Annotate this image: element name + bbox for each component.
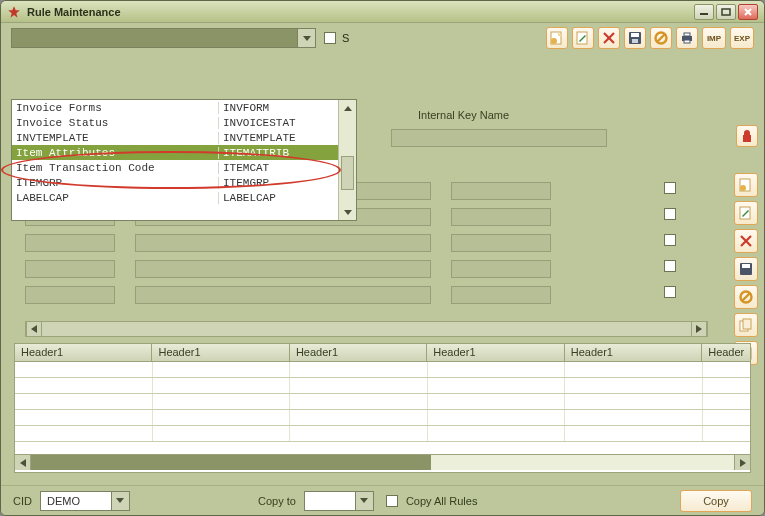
form-row-checkbox[interactable] [664,260,676,272]
side-delete-button[interactable] [734,229,758,253]
dropdown-vscrollbar[interactable] [338,100,356,220]
maximize-button[interactable] [716,4,736,20]
dropdown-item[interactable]: Item Transaction CodeITEMCAT [12,160,338,175]
edit-button[interactable] [572,27,594,49]
delete-button[interactable] [598,27,620,49]
rule-selector-dropdown-button[interactable] [297,29,315,47]
form-row [25,286,684,304]
svg-marker-36 [344,106,352,111]
form-label-field [25,286,115,304]
svg-marker-38 [116,498,124,503]
form-input-field[interactable] [451,208,551,226]
window-buttons [694,4,758,20]
window-title: Rule Maintenance [27,6,121,18]
scroll-down-button[interactable] [339,204,356,220]
import-button[interactable]: IMP [702,27,726,49]
export-button[interactable]: EXP [730,27,754,49]
table-header[interactable]: Header [702,344,750,361]
app-icon [7,5,21,19]
svg-line-15 [657,34,665,42]
internal-key-name-field[interactable] [391,129,607,147]
form-input-field[interactable] [451,234,551,252]
copy-to-label: Copy to [258,495,296,507]
form-input-field[interactable] [451,286,551,304]
scroll-up-button[interactable] [339,100,356,116]
table-row[interactable] [15,394,750,410]
side-save-button[interactable] [734,257,758,281]
svg-marker-39 [360,498,368,503]
scroll-right-button[interactable] [691,322,707,336]
table-header[interactable]: Header1 [290,344,427,361]
data-table: Header1 Header1 Header1 Header1 Header1 … [14,343,751,473]
svg-marker-37 [344,210,352,215]
form-input-field[interactable] [135,286,431,304]
copy-to-dropdown-button[interactable] [355,492,373,510]
scroll-right-button[interactable] [734,455,750,470]
form-input-field[interactable] [451,182,551,200]
table-body [15,362,750,454]
dropdown-item[interactable]: LABELCAPLABELCAP [12,190,338,205]
svg-marker-33 [696,325,702,333]
form-input-field[interactable] [135,234,431,252]
form-row [25,260,684,278]
table-row[interactable] [15,378,750,394]
form-row-checkbox[interactable] [664,234,676,246]
save-button[interactable] [624,27,646,49]
form-row-checkbox[interactable] [664,208,676,220]
form-input-field[interactable] [451,260,551,278]
svg-marker-32 [31,325,37,333]
cid-dropdown-button[interactable] [111,492,129,510]
scroll-left-button[interactable] [15,455,31,470]
table-hscrollbar[interactable] [15,454,750,470]
table-row[interactable] [15,426,750,442]
scroll-thumb[interactable] [31,455,431,470]
table-header[interactable]: Header1 [427,344,564,361]
table-header[interactable]: Header1 [152,344,289,361]
dropdown-item[interactable]: ITEMGRPITEMGRP [12,175,338,190]
copy-button[interactable]: Copy [680,490,752,512]
rule-selector-dropdown-list[interactable]: Invoice FormsINVFORM Invoice StatusINVOI… [11,99,357,221]
new-button[interactable] [546,27,568,49]
s-checkbox[interactable] [324,32,336,44]
titlebar: Rule Maintenance [1,1,764,23]
print-button[interactable] [676,27,698,49]
dropdown-item[interactable]: Invoice StatusINVOICESTAT [12,115,338,130]
dropdown-item[interactable]: Invoice FormsINVFORM [12,100,338,115]
dropdown-item[interactable]: INVTEMPLATEINVTEMPLATE [12,130,338,145]
lock-button[interactable] [736,125,758,147]
scroll-thumb[interactable] [341,156,354,190]
side-cancel-button[interactable] [734,285,758,309]
table-header[interactable]: Header1 [15,344,152,361]
side-new-button[interactable] [734,173,758,197]
form-row-checkbox[interactable] [664,182,676,194]
rule-selector-combo[interactable] [11,28,316,48]
close-button[interactable] [738,4,758,20]
table-header[interactable]: Header1 [565,344,702,361]
minimize-button[interactable] [694,4,714,20]
form-row-checkbox[interactable] [664,286,676,298]
svg-point-20 [740,185,746,191]
side-edit-button[interactable] [734,201,758,225]
scroll-track[interactable] [31,455,734,470]
svg-marker-35 [740,459,746,467]
copy-to-combo[interactable] [304,491,374,511]
toolbar: S IMP EXP [1,23,764,53]
svg-rect-2 [722,9,730,15]
content-area: Internal Key Name [1,53,764,485]
side-copy-button[interactable] [734,313,758,337]
form-input-field[interactable] [135,260,431,278]
scroll-left-button[interactable] [26,322,42,336]
cancel-button[interactable] [650,27,672,49]
s-label: S [342,32,349,44]
svg-line-27 [742,293,750,301]
dropdown-item-selected[interactable]: Item AttributesITEMATTRIB [12,145,338,160]
copy-all-rules-checkbox[interactable] [386,495,398,507]
side-buttons [734,173,758,365]
cid-value: DEMO [41,495,111,507]
table-row[interactable] [15,410,750,426]
svg-marker-0 [8,6,20,18]
rule-maintenance-window: Rule Maintenance S IMP EXP Int [0,0,765,516]
cid-combo[interactable]: DEMO [40,491,130,511]
form-hscrollbar[interactable] [25,321,708,337]
table-row[interactable] [15,362,750,378]
